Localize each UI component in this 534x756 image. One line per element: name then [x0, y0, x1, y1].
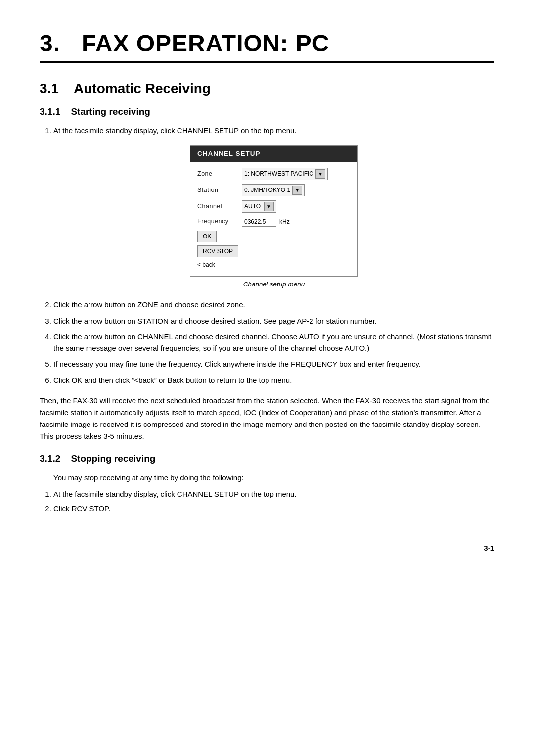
- stop-step-1: At the facsimile standby display, click …: [53, 489, 494, 500]
- zone-row: Zone 1: NORTHWEST PACIFIC ▼: [197, 168, 351, 180]
- subsection-311-title: Starting receiving: [71, 106, 150, 117]
- rcv-stop-button[interactable]: RCV STOP: [197, 245, 238, 257]
- channel-setup-header: Channel Setup: [190, 146, 357, 162]
- channel-setup-body: Zone 1: NORTHWEST PACIFIC ▼ Station 0: J…: [190, 162, 357, 276]
- chapter-title: 3. FAX OPERATION: PC: [40, 30, 494, 63]
- steps-list: At the facsimile standby display, click …: [40, 125, 494, 386]
- station-value: 0: JMH/TOKYO 1: [244, 186, 290, 194]
- station-row: Station 0: JMH/TOKYO 1 ▼: [197, 184, 351, 196]
- zone-select[interactable]: 1: NORTHWEST PACIFIC ▼: [242, 168, 328, 180]
- frequency-input[interactable]: [242, 217, 276, 227]
- step-6: Click OK and then click “<back” or Back …: [53, 375, 494, 386]
- chapter-number: 3.: [40, 30, 60, 56]
- frequency-unit: kHz: [279, 217, 290, 226]
- back-link[interactable]: < back: [197, 260, 215, 269]
- step-5: If necessary you may fine tune the frequ…: [53, 359, 494, 370]
- step-4-text: Click the arrow button on CHANNEL and ch…: [53, 332, 491, 352]
- channel-select[interactable]: AUTO ▼: [242, 200, 276, 213]
- channel-setup-caption: Channel setup menu: [243, 280, 305, 289]
- channel-setup-container: Channel Setup Zone 1: NORTHWEST PACIFIC …: [53, 145, 494, 295]
- zone-value: 1: NORTHWEST PACIFIC: [244, 169, 313, 178]
- zone-arrow-icon[interactable]: ▼: [315, 169, 325, 179]
- chapter-divider: [40, 61, 494, 63]
- station-label: Station: [197, 186, 242, 195]
- step-4: Click the arrow button on CHANNEL and ch…: [53, 331, 494, 354]
- subsection-312-title: Stopping receiving: [71, 453, 155, 464]
- step-5-text: If necessary you may fine tune the frequ…: [53, 360, 421, 368]
- subsection-311-number: 3.1.1: [40, 106, 60, 117]
- step-2-text: Click the arrow button on ZONE and choos…: [53, 300, 245, 309]
- stop-step-2: Click RCV STOP.: [53, 503, 494, 515]
- step-3-text: Click the arrow button on STATION and ch…: [53, 317, 377, 325]
- frequency-row: Frequency kHz: [197, 217, 351, 227]
- step-1: At the facsimile standby display, click …: [53, 125, 494, 294]
- station-arrow-icon[interactable]: ▼: [292, 186, 302, 195]
- channel-value: AUTO: [244, 202, 262, 211]
- station-select[interactable]: 0: JMH/TOKYO 1 ▼: [242, 184, 305, 196]
- channel-arrow-icon[interactable]: ▼: [264, 202, 274, 211]
- channel-label: Channel: [197, 202, 242, 211]
- subsection-311: 3.1.1 Starting receiving: [40, 106, 494, 117]
- chapter-name: FAX OPERATION: PC: [82, 30, 329, 56]
- section-31-title: Automatic Receiving: [74, 81, 211, 96]
- step-2: Click the arrow button on ZONE and choos…: [53, 299, 494, 311]
- stop-intro: You may stop receiving at any time by do…: [40, 472, 494, 484]
- step-6-text: Click OK and then click “<back” or Back …: [53, 376, 292, 384]
- ok-button[interactable]: OK: [197, 231, 217, 242]
- zone-label: Zone: [197, 169, 242, 179]
- step-1-text: At the facsimile standby display, click …: [53, 126, 297, 135]
- section-31: 3.1 Automatic Receiving: [40, 81, 494, 96]
- channel-buttons: OK RCV STOP < back: [197, 231, 351, 269]
- step-3: Click the arrow button on STATION and ch…: [53, 316, 494, 327]
- subsection-312: 3.1.2 Stopping receiving You may stop re…: [40, 453, 494, 514]
- frequency-label: Frequency: [197, 217, 242, 226]
- subsection-312-number: 3.1.2: [40, 453, 60, 464]
- section-31-number: 3.1: [40, 81, 59, 96]
- stop-steps-list: At the facsimile standby display, click …: [40, 489, 494, 514]
- body-paragraph: Then, the FAX-30 will receive the next s…: [40, 395, 494, 442]
- channel-row: Channel AUTO ▼: [197, 200, 351, 213]
- channel-setup-box: Channel Setup Zone 1: NORTHWEST PACIFIC …: [190, 145, 358, 277]
- page-number: 3-1: [40, 544, 494, 552]
